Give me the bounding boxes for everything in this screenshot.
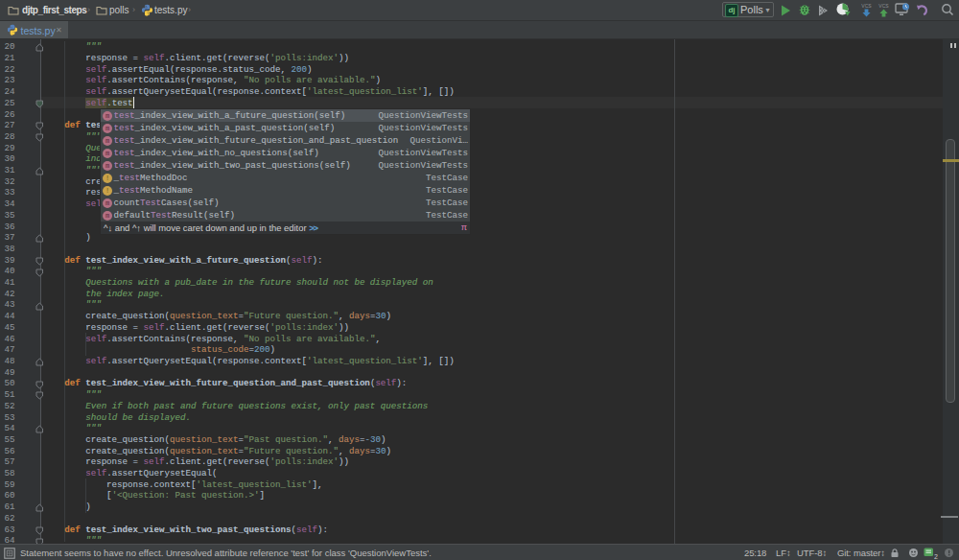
svg-text:VCS: VCS: [861, 3, 872, 9]
svg-text:VCS: VCS: [878, 3, 889, 9]
svg-text:2: 2: [934, 553, 938, 560]
